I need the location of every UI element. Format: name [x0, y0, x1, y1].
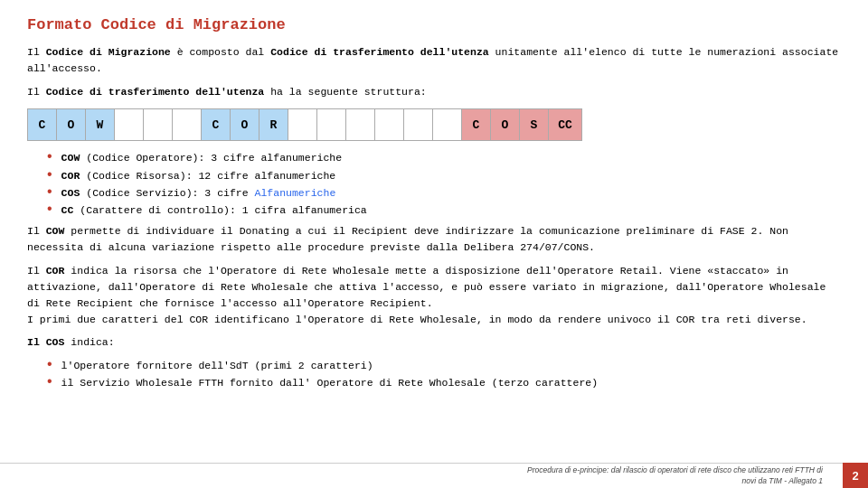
para1-mid: è composto dal [171, 46, 270, 58]
bullet-list-1: • COW (Codice Operatore): 3 cifre alfanu… [45, 150, 841, 218]
page-title: Formato Codice di Migrazione [27, 16, 841, 33]
bullet-cow-text: COW (Codice Operatore): 3 cifre alfanume… [61, 150, 343, 165]
bullet-cos-1-text: l'Operatore fornitore dell'SdT (primi 2 … [61, 358, 373, 373]
code-diagram: C O W C O R C O S CC [27, 108, 582, 141]
cell-c: C [28, 109, 57, 140]
bullet-cos: • COS (Codice Servizio): 3 cifre Alfanum… [45, 185, 841, 201]
bullet-dot-4: • [45, 202, 54, 217]
bullet-cow: • COW (Codice Operatore): 3 cifre alfanu… [45, 150, 841, 165]
cell-o: O [57, 109, 86, 140]
bullet-cor: • COR (Codice Risorsa): 12 cifre alfanum… [45, 168, 841, 183]
cell-e2 [144, 109, 173, 140]
cell-e6 [346, 109, 375, 140]
cell-e7 [375, 109, 404, 140]
cell-cos-cc: CC [549, 109, 581, 140]
bullet-cos-text: COS (Codice Servizio): 3 cifre Alfanumer… [61, 185, 336, 201]
bullet-cos-1: • l'Operatore fornitore dell'SdT (primi … [45, 358, 841, 373]
para1-bold: Codice di Migrazione [46, 46, 171, 58]
para-cor: Il COR indica la risorsa che l'Operatore… [27, 263, 841, 327]
cell-cor-o: O [231, 109, 259, 140]
footer: Procedura di e-principe: dal rilascio di… [0, 463, 868, 488]
para1-plain: Il [27, 46, 46, 58]
bullet-cor-text: COR (Codice Risorsa): 12 cifre alfanumer… [61, 168, 336, 183]
para-1: Il Codice di Migrazione è composto dal C… [27, 44, 841, 77]
bullet-cc-text: CC (Carattere di controllo): 1 cifra alf… [61, 202, 367, 218]
para-cos-title: Il COS indica: [27, 334, 841, 351]
cell-cos-o: O [491, 109, 520, 140]
bullet-cos-2: • il Servizio Wholesale FTTH fornito dal… [45, 375, 841, 390]
bullet-dot-5: • [45, 358, 54, 372]
para1-bold2: Codice di trasferimento dell'utenza [270, 46, 489, 58]
cell-e8 [404, 109, 433, 140]
bullet-dot-6: • [45, 375, 54, 389]
para-cow: Il COW permette di individuare il Donati… [27, 223, 841, 256]
cell-e5 [317, 109, 346, 140]
para2-bold: Codice di trasferimento dell'utenza [46, 86, 265, 98]
cell-cor-r: R [259, 109, 288, 140]
cell-w: W [86, 109, 115, 140]
cell-e1 [115, 109, 144, 140]
cell-e3 [173, 109, 202, 140]
cell-cos-c: C [462, 109, 491, 140]
cell-e9 [433, 109, 462, 140]
bullet-dot-3: • [45, 185, 54, 200]
bullet-dot-1: • [45, 150, 54, 164]
cell-cor-c: C [202, 109, 231, 140]
bullet-cc: • CC (Carattere di controllo): 1 cifra a… [45, 202, 841, 218]
cell-cos-s: S [520, 109, 549, 140]
footer-text: Procedura di e-principe: dal rilascio di… [527, 465, 855, 485]
para2-plain: Il [27, 86, 46, 98]
para-2: Il Codice di trasferimento dell'utenza h… [27, 84, 841, 100]
footer-page-number: 2 [843, 463, 868, 488]
para2-end: ha la seguente struttura: [264, 86, 426, 98]
cell-e4 [288, 109, 317, 140]
bullet-dot-2: • [45, 168, 54, 183]
page-container: Formato Codice di Migrazione Il Codice d… [0, 0, 868, 488]
bullet-list-2: • l'Operatore fornitore dell'SdT (primi … [45, 358, 841, 391]
bullet-cos-2-text: il Servizio Wholesale FTTH fornito dall'… [61, 375, 599, 390]
